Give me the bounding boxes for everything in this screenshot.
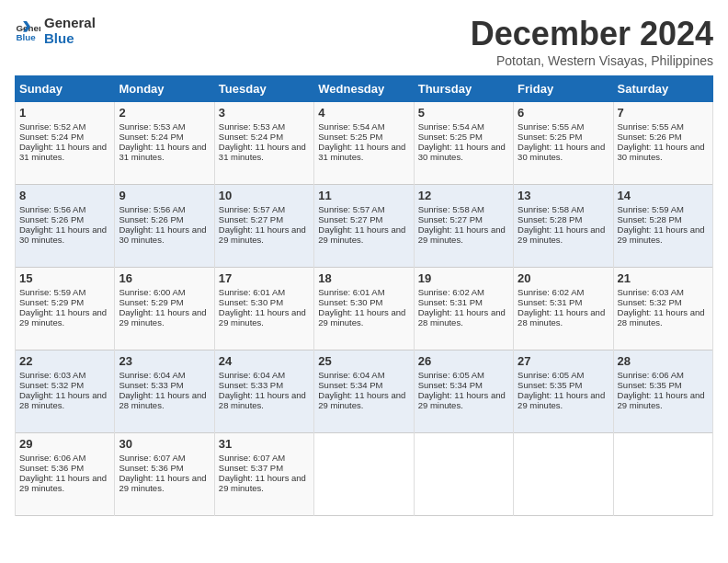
day-number: 21 xyxy=(618,271,709,285)
weekday-header-saturday: Saturday xyxy=(613,76,712,102)
logo-text-general: General xyxy=(44,15,96,30)
calendar-cell: 20Sunrise: 6:02 AMSunset: 5:31 PMDayligh… xyxy=(514,268,613,350)
sunrise-text: Sunrise: 6:05 AM xyxy=(418,370,484,380)
day-number: 17 xyxy=(219,271,310,285)
day-number: 30 xyxy=(119,437,210,451)
weekday-header-monday: Monday xyxy=(115,76,214,102)
sunset-text: Sunset: 5:28 PM xyxy=(618,214,682,224)
day-number: 29 xyxy=(19,437,110,451)
calendar-cell xyxy=(314,433,414,516)
calendar-cell: 19Sunrise: 6:02 AMSunset: 5:31 PMDayligh… xyxy=(414,268,513,350)
calendar-cell: 7Sunrise: 5:55 AMSunset: 5:26 PMDaylight… xyxy=(613,102,712,185)
sunrise-text: Sunrise: 5:56 AM xyxy=(19,204,85,214)
page-header: General Blue General Blue December 2024 … xyxy=(15,15,713,68)
sunrise-text: Sunrise: 6:04 AM xyxy=(318,370,384,380)
sunrise-text: Sunrise: 6:02 AM xyxy=(518,287,584,297)
day-number: 25 xyxy=(318,354,409,368)
daylight-text: Daylight: 11 hours and 29 minutes. xyxy=(618,224,705,245)
calendar-cell: 5Sunrise: 5:54 AMSunset: 5:25 PMDaylight… xyxy=(414,102,513,185)
calendar-cell: 17Sunrise: 6:01 AMSunset: 5:30 PMDayligh… xyxy=(214,268,313,350)
daylight-text: Daylight: 11 hours and 30 minutes. xyxy=(418,142,506,162)
calendar-cell: 22Sunrise: 6:03 AMSunset: 5:32 PMDayligh… xyxy=(16,350,115,433)
weekday-header-tuesday: Tuesday xyxy=(214,76,313,102)
sunset-text: Sunset: 5:32 PM xyxy=(618,297,682,307)
calendar-cell xyxy=(514,433,613,516)
sunrise-text: Sunrise: 5:57 AM xyxy=(318,204,384,214)
calendar-cell: 12Sunrise: 5:58 AMSunset: 5:27 PMDayligh… xyxy=(414,185,513,268)
logo: General Blue General Blue xyxy=(15,15,96,46)
daylight-text: Daylight: 11 hours and 29 minutes. xyxy=(219,307,306,327)
daylight-text: Daylight: 11 hours and 29 minutes. xyxy=(518,224,605,245)
calendar-cell: 21Sunrise: 6:03 AMSunset: 5:32 PMDayligh… xyxy=(613,268,712,350)
sunrise-text: Sunrise: 5:58 AM xyxy=(518,204,584,214)
sunrise-text: Sunrise: 6:05 AM xyxy=(518,370,584,380)
day-number: 13 xyxy=(518,189,609,202)
day-number: 2 xyxy=(119,106,210,120)
day-number: 8 xyxy=(19,189,110,202)
day-number: 12 xyxy=(418,189,509,202)
calendar-week-2: 8Sunrise: 5:56 AMSunset: 5:26 PMDaylight… xyxy=(16,185,713,268)
location: Pototan, Western Visayas, Philippines xyxy=(471,53,713,68)
weekday-header-sunday: Sunday xyxy=(16,76,115,102)
sunrise-text: Sunrise: 6:04 AM xyxy=(219,370,285,380)
sunrise-text: Sunrise: 6:04 AM xyxy=(119,370,185,380)
day-number: 6 xyxy=(518,106,609,120)
sunset-text: Sunset: 5:28 PM xyxy=(518,214,582,224)
sunset-text: Sunset: 5:34 PM xyxy=(418,380,483,390)
calendar-cell: 27Sunrise: 6:05 AMSunset: 5:35 PMDayligh… xyxy=(514,350,613,433)
daylight-text: Daylight: 11 hours and 29 minutes. xyxy=(318,390,405,410)
calendar-cell: 15Sunrise: 5:59 AMSunset: 5:29 PMDayligh… xyxy=(16,268,115,350)
sunrise-text: Sunrise: 6:03 AM xyxy=(19,370,85,380)
calendar-week-1: 1Sunrise: 5:52 AMSunset: 5:24 PMDaylight… xyxy=(16,102,713,185)
daylight-text: Daylight: 11 hours and 30 minutes. xyxy=(19,224,107,245)
day-number: 3 xyxy=(219,106,310,120)
daylight-text: Daylight: 11 hours and 29 minutes. xyxy=(19,473,107,493)
weekday-header-thursday: Thursday xyxy=(414,76,513,102)
sunrise-text: Sunrise: 6:03 AM xyxy=(618,287,684,297)
calendar-cell: 28Sunrise: 6:06 AMSunset: 5:35 PMDayligh… xyxy=(613,350,712,433)
sunset-text: Sunset: 5:29 PM xyxy=(119,297,183,307)
sunrise-text: Sunrise: 6:01 AM xyxy=(318,287,384,297)
calendar-cell: 10Sunrise: 5:57 AMSunset: 5:27 PMDayligh… xyxy=(214,185,313,268)
day-number: 16 xyxy=(119,271,210,285)
sunset-text: Sunset: 5:35 PM xyxy=(618,380,682,390)
sunrise-text: Sunrise: 5:55 AM xyxy=(518,121,584,132)
sunset-text: Sunset: 5:25 PM xyxy=(518,132,582,142)
daylight-text: Daylight: 11 hours and 29 minutes. xyxy=(119,307,206,327)
day-number: 31 xyxy=(219,437,310,451)
day-number: 10 xyxy=(219,189,310,202)
sunrise-text: Sunrise: 6:06 AM xyxy=(19,453,85,463)
sunrise-text: Sunrise: 6:07 AM xyxy=(219,453,285,463)
daylight-text: Daylight: 11 hours and 29 minutes. xyxy=(219,473,306,493)
daylight-text: Daylight: 11 hours and 28 minutes. xyxy=(518,307,605,327)
weekday-header-row: SundayMondayTuesdayWednesdayThursdayFrid… xyxy=(16,76,713,102)
day-number: 4 xyxy=(318,106,409,120)
calendar-cell xyxy=(613,433,712,516)
sunset-text: Sunset: 5:33 PM xyxy=(219,380,283,390)
sunrise-text: Sunrise: 5:53 AM xyxy=(219,121,285,132)
daylight-text: Daylight: 11 hours and 30 minutes. xyxy=(119,224,206,245)
sunset-text: Sunset: 5:24 PM xyxy=(19,132,84,142)
daylight-text: Daylight: 11 hours and 29 minutes. xyxy=(518,390,605,410)
sunset-text: Sunset: 5:30 PM xyxy=(318,297,382,307)
sunrise-text: Sunrise: 6:01 AM xyxy=(219,287,285,297)
day-number: 11 xyxy=(318,189,409,202)
day-number: 23 xyxy=(119,354,210,368)
day-number: 14 xyxy=(618,189,709,202)
daylight-text: Daylight: 11 hours and 29 minutes. xyxy=(119,473,206,493)
sunset-text: Sunset: 5:30 PM xyxy=(219,297,283,307)
calendar-cell: 13Sunrise: 5:58 AMSunset: 5:28 PMDayligh… xyxy=(514,185,613,268)
sunset-text: Sunset: 5:29 PM xyxy=(19,297,84,307)
daylight-text: Daylight: 11 hours and 29 minutes. xyxy=(318,224,405,245)
daylight-text: Daylight: 11 hours and 28 minutes. xyxy=(618,307,705,327)
sunrise-text: Sunrise: 5:56 AM xyxy=(119,204,185,214)
logo-icon: General Blue xyxy=(15,17,40,43)
calendar-cell: 1Sunrise: 5:52 AMSunset: 5:24 PMDaylight… xyxy=(16,102,115,185)
calendar-cell: 30Sunrise: 6:07 AMSunset: 5:36 PMDayligh… xyxy=(115,433,214,516)
daylight-text: Daylight: 11 hours and 30 minutes. xyxy=(618,142,705,162)
calendar-cell: 31Sunrise: 6:07 AMSunset: 5:37 PMDayligh… xyxy=(214,433,313,516)
day-number: 18 xyxy=(318,271,409,285)
day-number: 7 xyxy=(618,106,709,120)
calendar-week-5: 29Sunrise: 6:06 AMSunset: 5:36 PMDayligh… xyxy=(16,433,713,516)
daylight-text: Daylight: 11 hours and 29 minutes. xyxy=(19,307,107,327)
